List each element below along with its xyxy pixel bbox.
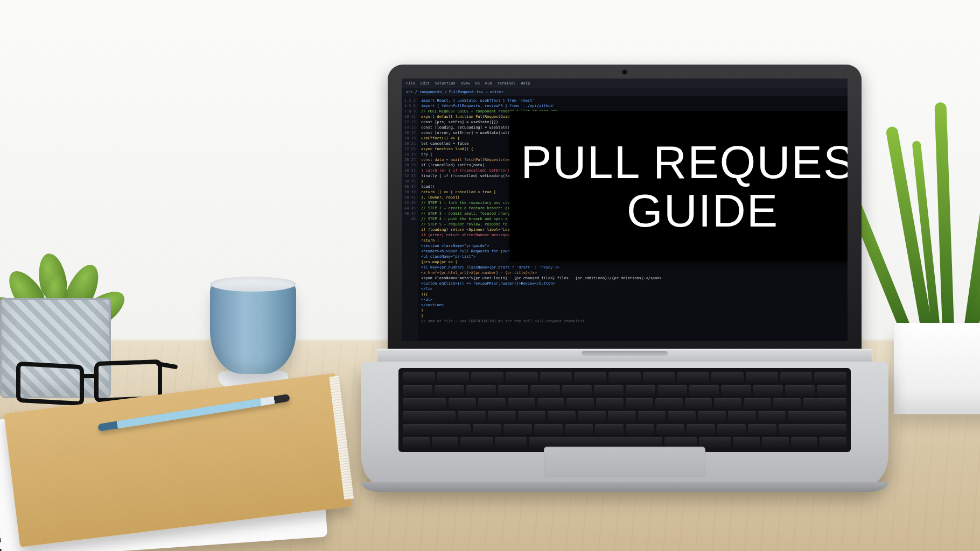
desk-scene: FileEditSelectionViewGoRunTerminalHelp s…: [0, 0, 980, 551]
ide-menu-item: Terminal: [498, 81, 516, 86]
keyboard-key: [495, 437, 527, 448]
code-line: <li key={pr.number} className={pr.draft …: [421, 265, 844, 270]
keyboard-key: [460, 437, 493, 448]
code-line: </li>: [421, 286, 844, 292]
laptop-keyboard: [398, 368, 851, 452]
keyboard-key: [595, 424, 624, 435]
keyboard-key: [518, 411, 546, 422]
overlay-line-1: PULL REQUEST: [521, 138, 848, 186]
keyboard-key: [449, 398, 476, 409]
keyboard-key: [403, 372, 435, 383]
keyboard-key: [471, 372, 503, 383]
keyboard-key: [458, 411, 486, 422]
keyboard-key: [820, 437, 846, 448]
code-line: import { fetchPullRequests, reviewPR } f…: [421, 103, 844, 109]
keyboard-key: [773, 398, 801, 409]
keyboard-key: [643, 372, 675, 383]
code-line: ): [421, 308, 844, 313]
keyboard-key: [488, 411, 516, 422]
code-line: import React, { useState, useEffect } fr…: [421, 98, 844, 103]
keyboard-key: [578, 411, 606, 422]
laptop: FileEditSelectionViewGoRunTerminalHelp s…: [377, 65, 872, 484]
keyboard-key: [534, 424, 563, 435]
ide-menu-item: View: [461, 81, 470, 86]
keyboard-key: [698, 411, 726, 422]
keyboard-key: [508, 398, 535, 409]
keyboard-key: [685, 398, 712, 409]
keyboard-key: [791, 437, 818, 448]
keyboard-key: [498, 385, 528, 396]
title-overlay: PULL REQUEST GUIDE: [509, 111, 848, 262]
keyboard-key: [668, 411, 696, 422]
keyboard-key: [403, 385, 432, 396]
ide-tabbar: src / components / PullRequest.tsx — edi…: [402, 88, 848, 96]
keyboard-key: [748, 424, 776, 435]
line-number-gutter: 1 2 3 4 5 6 7 8 9 10 11 12 13 14 15 16 1…: [402, 96, 418, 341]
keyboard-key: [780, 372, 813, 383]
code-line: }: [421, 313, 844, 319]
keyboard-key: [540, 372, 572, 383]
ide-menu-item: File: [406, 81, 415, 86]
code-line: </ul>: [421, 297, 844, 302]
keyboard-key: [699, 437, 731, 448]
keyboard-key: [594, 385, 624, 396]
keyboard-key: [537, 398, 565, 409]
keyboard-key: [728, 411, 756, 422]
ide-menu-item: Edit: [421, 81, 430, 86]
keyboard-key: [656, 424, 685, 435]
keyboard-key: [626, 385, 655, 396]
ide-menu-item: Selection: [435, 81, 456, 86]
laptop-front-edge: [361, 482, 888, 492]
ide-menu-item: Run: [485, 81, 492, 86]
keyboard-key: [779, 424, 847, 435]
keyboard-key: [403, 411, 456, 422]
keyboard-key: [711, 372, 744, 383]
keyboard-key: [626, 398, 653, 409]
keyboard-key: [638, 411, 666, 422]
keyboard-key: [758, 411, 786, 422]
keyboard-key: [744, 398, 771, 409]
keyboard-key: [574, 372, 606, 383]
laptop-deck: [361, 362, 888, 485]
keyboard-key: [437, 372, 470, 383]
keyboard-key: [473, 424, 501, 435]
laptop-hinge: [377, 349, 872, 363]
keyboard-key: [753, 385, 783, 396]
keyboard-key: [596, 398, 624, 409]
code-line: // end of file — see CONTRIBUTING.md for…: [421, 319, 844, 324]
keyboard-key: [478, 398, 506, 409]
keyboard-key: [565, 424, 593, 435]
keyboard-key: [608, 372, 641, 383]
keyboard-key: [608, 411, 636, 422]
keyboard-key: [503, 424, 532, 435]
code-line: <span className="meta">{pr.user.login} ·…: [421, 276, 844, 281]
keyboard-key: [762, 437, 789, 448]
laptop-screen: FileEditSelectionViewGoRunTerminalHelp s…: [402, 79, 848, 341]
white-pot: [894, 323, 980, 414]
laptop-trackpad: [544, 447, 705, 477]
code-line: <a href={pr.html_url}>#{pr.number} — {pr…: [421, 270, 844, 276]
overlay-line-2: GUIDE: [521, 186, 848, 235]
keyboard-key: [626, 424, 654, 435]
keyboard-key: [817, 385, 846, 396]
keyboard-key: [664, 437, 697, 448]
ide-menubar: FileEditSelectionViewGoRunTerminalHelp: [402, 79, 848, 88]
keyboard-key: [548, 411, 576, 422]
keyboard-key: [721, 385, 751, 396]
keyboard-key: [435, 385, 464, 396]
keyboard-key: [562, 385, 592, 396]
keyboard-key: [529, 437, 662, 448]
keyboard-key: [677, 372, 710, 383]
code-line: </section>: [421, 302, 844, 308]
keyboard-key: [530, 385, 560, 396]
keyboard-key: [657, 385, 687, 396]
keyboard-key: [506, 372, 538, 383]
keyboard-key: [803, 398, 846, 409]
ide-menu-item: Help: [521, 81, 530, 86]
code-line: ))}: [421, 292, 844, 297]
keyboard-key: [403, 398, 446, 409]
keyboard-key: [814, 372, 846, 383]
webcam-icon: [622, 70, 627, 74]
laptop-screen-bezel: FileEditSelectionViewGoRunTerminalHelp s…: [388, 65, 862, 355]
keyboard-key: [788, 411, 846, 422]
